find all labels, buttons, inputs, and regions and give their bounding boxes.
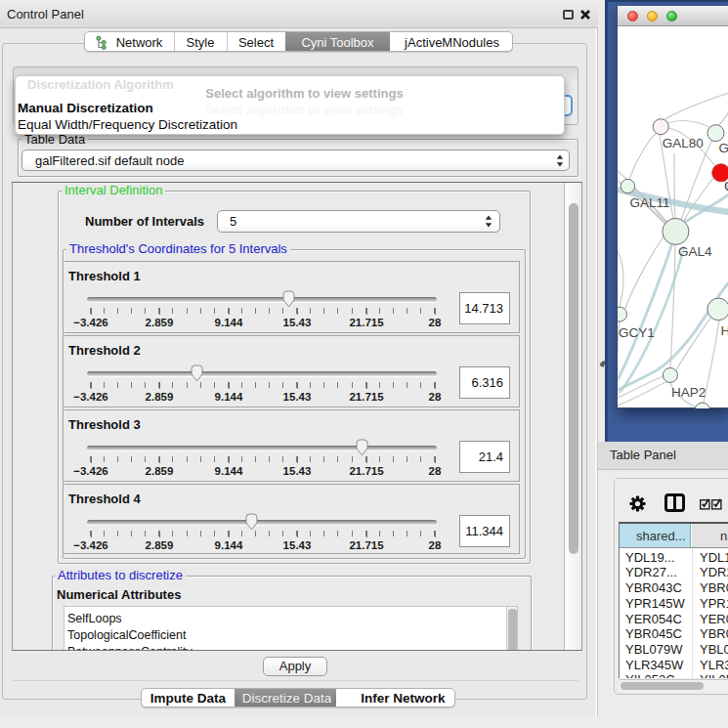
svg-text:HI: HI: [721, 323, 728, 338]
svg-text:GAL4: GAL4: [678, 244, 712, 259]
svg-text:CO: CO: [724, 179, 728, 193]
svg-text:GAL80: GAL80: [663, 136, 704, 150]
svg-text:GAL11: GAL11: [629, 195, 669, 210]
svg-text:HAP2: HAP2: [671, 385, 706, 400]
svg-text:GCY1: GCY1: [619, 325, 655, 340]
svg-text:GA: GA: [719, 141, 728, 155]
